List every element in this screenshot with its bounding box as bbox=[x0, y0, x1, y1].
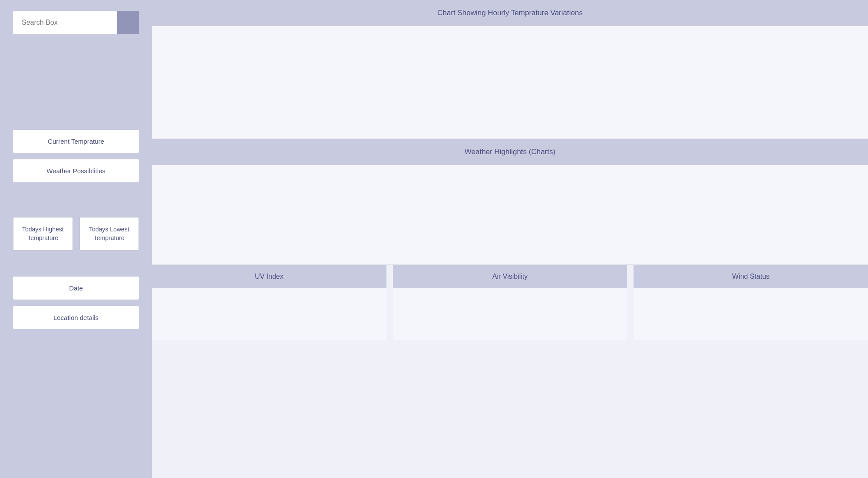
search-container bbox=[13, 11, 139, 34]
highlights-chart-area bbox=[152, 165, 868, 265]
highlights-section: Weather Highlights (Charts) bbox=[152, 139, 868, 265]
sidebar-info-buttons: Date Location details bbox=[13, 277, 139, 329]
uv-index-card: UV Index bbox=[152, 265, 386, 340]
air-visibility-body bbox=[393, 288, 627, 340]
uv-index-header: UV Index bbox=[152, 265, 386, 288]
search-button[interactable] bbox=[117, 11, 139, 34]
main-content: Chart Showing Hourly Temprature Variatio… bbox=[152, 0, 868, 478]
search-input[interactable] bbox=[13, 11, 117, 34]
hourly-chart-title: Chart Showing Hourly Temprature Variatio… bbox=[437, 9, 583, 17]
todays-highest-temp-button[interactable]: Todays Highest Temprature bbox=[13, 217, 73, 251]
wind-status-header: Wind Status bbox=[634, 265, 868, 288]
date-button[interactable]: Date bbox=[13, 277, 139, 300]
location-button[interactable]: Location details bbox=[13, 306, 139, 329]
air-visibility-header: Air Visibility bbox=[393, 265, 627, 288]
sidebar: Current Temprature Weather Possiblities … bbox=[0, 0, 152, 478]
highlights-title: Weather Highlights (Charts) bbox=[465, 148, 555, 156]
uv-index-body bbox=[152, 288, 386, 340]
hourly-chart-header: Chart Showing Hourly Temprature Variatio… bbox=[152, 0, 868, 26]
hourly-chart-area bbox=[152, 26, 868, 139]
uv-index-label: UV Index bbox=[255, 273, 284, 280]
weather-possibilities-button[interactable]: Weather Possiblities bbox=[13, 159, 139, 182]
todays-lowest-temp-button[interactable]: Todays Lowest Temprature bbox=[79, 217, 139, 251]
hourly-chart-section: Chart Showing Hourly Temprature Variatio… bbox=[152, 0, 868, 139]
air-visibility-card: Air Visibility bbox=[393, 265, 627, 340]
metric-divider-2 bbox=[627, 265, 634, 340]
metrics-row: UV Index Air Visibility Wind Status bbox=[152, 265, 868, 340]
metric-divider-1 bbox=[386, 265, 393, 340]
wind-status-label: Wind Status bbox=[732, 273, 769, 280]
wind-status-body bbox=[634, 288, 868, 340]
highlights-header: Weather Highlights (Charts) bbox=[152, 139, 868, 165]
temp-cards-row: Todays Highest Temprature Todays Lowest … bbox=[13, 217, 139, 251]
sidebar-main-buttons: Current Temprature Weather Possiblities bbox=[13, 130, 139, 182]
current-temperature-button[interactable]: Current Temprature bbox=[13, 130, 139, 153]
air-visibility-label: Air Visibility bbox=[492, 273, 528, 280]
wind-status-card: Wind Status bbox=[634, 265, 868, 340]
